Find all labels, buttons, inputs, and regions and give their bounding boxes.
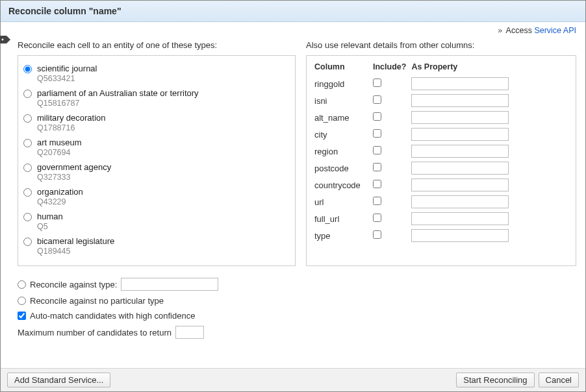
type-item[interactable]: parliament of an Australian state or ter… xyxy=(23,86,290,110)
type-radio[interactable] xyxy=(23,238,32,246)
automatch-label: Auto-match candidates with high confiden… xyxy=(30,311,195,321)
dialog-footer: Add Standard Service... Start Reconcilin… xyxy=(1,368,585,391)
as-property-input[interactable] xyxy=(411,145,509,158)
as-property-input[interactable] xyxy=(411,128,509,141)
type-radio[interactable] xyxy=(23,90,32,98)
no-type-radio[interactable] xyxy=(18,297,26,305)
column-name: countrycode xyxy=(313,177,372,193)
type-list[interactable]: scientific journalQ5633421parliament of … xyxy=(18,55,296,266)
as-property-input[interactable] xyxy=(411,195,509,208)
table-row: ringgold xyxy=(313,75,569,92)
type-id: Q207694 xyxy=(37,148,82,157)
as-property-input[interactable] xyxy=(411,77,509,90)
include-checkbox[interactable] xyxy=(373,95,381,104)
include-checkbox[interactable] xyxy=(373,112,381,121)
type-id: Q43229 xyxy=(37,197,83,206)
against-type-radio[interactable] xyxy=(18,280,26,289)
table-row: type xyxy=(313,227,569,244)
as-property-input[interactable] xyxy=(411,162,509,175)
include-checkbox[interactable] xyxy=(373,163,381,171)
as-property-input[interactable] xyxy=(411,212,509,225)
type-radio[interactable] xyxy=(23,213,32,221)
type-label: government agency xyxy=(37,162,111,172)
types-heading: Reconcile each cell to an entity of one … xyxy=(18,40,296,50)
table-row: region xyxy=(313,143,569,160)
add-standard-service-button[interactable]: Add Standard Service... xyxy=(7,373,110,387)
type-radio[interactable] xyxy=(23,139,32,147)
include-checkbox[interactable] xyxy=(373,214,381,222)
service-api-link[interactable]: Service API xyxy=(534,26,576,35)
start-reconciling-button[interactable]: Start Reconciling xyxy=(456,373,534,387)
as-property-input[interactable] xyxy=(411,111,509,124)
column-name: url xyxy=(313,193,372,210)
col-header-column: Column xyxy=(313,61,372,75)
type-label: bicameral legislature xyxy=(37,236,114,246)
against-type-label: Reconcile against type: xyxy=(30,280,117,289)
dialog-title: Reconcile column "name" xyxy=(1,1,585,22)
column-name: region xyxy=(313,143,372,160)
table-row: url xyxy=(313,193,569,210)
type-label: organization xyxy=(37,187,83,197)
type-id: Q327333 xyxy=(37,173,111,182)
type-item[interactable]: government agencyQ327333 xyxy=(23,160,290,184)
table-row: countrycode xyxy=(313,177,569,193)
type-item[interactable]: scientific journalQ5633421 xyxy=(23,61,290,86)
details-heading: Also use relevant details from other col… xyxy=(306,40,576,50)
column-name: alt_name xyxy=(313,109,372,126)
bottom-options: Reconcile against type: Reconcile agains… xyxy=(18,266,296,339)
details-box: Column Include? As Property ringgoldisni… xyxy=(306,55,576,266)
svg-point-0 xyxy=(2,39,4,41)
type-item[interactable]: military decorationQ1788716 xyxy=(23,110,290,135)
type-item[interactable]: art museumQ207694 xyxy=(23,135,290,160)
against-type-input[interactable] xyxy=(121,278,218,291)
as-property-input[interactable] xyxy=(411,178,509,191)
details-table: Column Include? As Property ringgoldisni… xyxy=(313,61,569,244)
table-row: city xyxy=(313,126,569,143)
col-header-include: Include? xyxy=(372,61,410,75)
type-label: art museum xyxy=(37,138,82,147)
table-row: alt_name xyxy=(313,109,569,126)
no-type-label: Reconcile against no particular type xyxy=(30,296,164,306)
type-label: scientific journal xyxy=(37,64,97,73)
table-row: postcode xyxy=(313,160,569,177)
column-name: isni xyxy=(313,92,372,109)
as-property-input[interactable] xyxy=(411,94,509,107)
include-checkbox[interactable] xyxy=(373,180,381,188)
type-id: Q15816787 xyxy=(37,99,199,108)
include-checkbox[interactable] xyxy=(373,146,381,154)
type-radio[interactable] xyxy=(23,188,32,197)
as-property-input[interactable] xyxy=(411,229,509,242)
access-row: » Access Service API xyxy=(1,22,585,36)
tag-icon xyxy=(0,34,12,45)
type-radio[interactable] xyxy=(23,164,32,172)
type-item[interactable]: humanQ5 xyxy=(23,209,290,234)
type-id: Q189445 xyxy=(37,247,114,256)
reconcile-dialog: Reconcile column "name" » Access Service… xyxy=(0,0,586,392)
type-label: human xyxy=(37,212,63,221)
type-id: Q1788716 xyxy=(37,123,106,132)
type-label: parliament of an Australian state or ter… xyxy=(37,88,199,98)
include-checkbox[interactable] xyxy=(373,230,381,239)
table-row: isni xyxy=(313,92,569,109)
column-name: city xyxy=(313,126,372,143)
include-checkbox[interactable] xyxy=(373,79,381,87)
column-name: postcode xyxy=(313,160,372,177)
table-row: full_url xyxy=(313,210,569,227)
type-item[interactable]: bicameral legislatureQ189445 xyxy=(23,234,290,258)
column-name: full_url xyxy=(313,210,372,227)
col-header-asprop: As Property xyxy=(410,61,569,75)
cancel-button[interactable]: Cancel xyxy=(539,373,579,387)
include-checkbox[interactable] xyxy=(373,197,381,205)
max-candidates-input[interactable] xyxy=(175,326,204,339)
automatch-checkbox[interactable] xyxy=(18,312,26,320)
type-id: Q5633421 xyxy=(37,74,97,83)
type-label: military decoration xyxy=(37,113,106,123)
type-radio[interactable] xyxy=(23,65,32,73)
type-radio[interactable] xyxy=(23,114,32,123)
max-candidates-label: Maximum number of candidates to return xyxy=(18,328,172,337)
column-name: ringgold xyxy=(313,75,372,92)
type-id: Q5 xyxy=(37,222,63,231)
access-label: Access xyxy=(506,26,532,35)
type-item[interactable]: organizationQ43229 xyxy=(23,184,290,209)
include-checkbox[interactable] xyxy=(373,129,381,138)
